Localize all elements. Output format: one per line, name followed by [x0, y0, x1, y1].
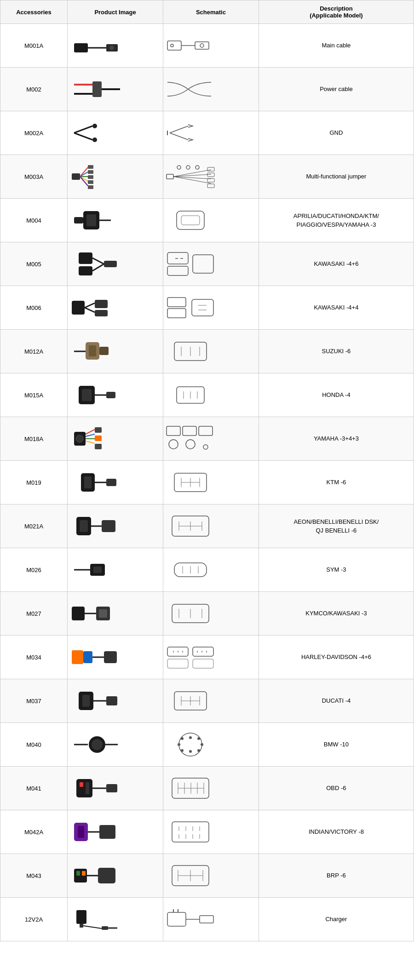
table-row: M004 APRILIA/DUCATI/HONDA/KTM/PIAGGIO/VE… [0, 199, 414, 242]
svg-rect-53 [104, 261, 117, 267]
table-row: M043 BRP -6 [0, 854, 414, 898]
svg-rect-49 [79, 252, 92, 264]
table-row: M037 DUCATI -4 [0, 679, 414, 723]
description-cell: BRP -6 [259, 854, 414, 898]
accessory-id: M021A [0, 504, 68, 548]
svg-point-8 [171, 44, 173, 47]
schematic-cell [163, 679, 259, 723]
description-cell: AEON/BENELLI/BENELLI DSK/QJ BENELLI -6 [259, 504, 414, 548]
svg-rect-28 [88, 175, 93, 179]
svg-rect-92 [95, 436, 102, 441]
svg-rect-185 [172, 822, 209, 842]
schematic-cell [163, 155, 259, 199]
product-image-cell [68, 810, 163, 854]
svg-rect-134 [83, 651, 92, 663]
schematic-cell [163, 854, 259, 898]
accessory-id: M027 [0, 592, 68, 636]
svg-rect-70 [89, 345, 96, 356]
schematic-cell [163, 461, 259, 504]
product-image-cell [68, 679, 163, 723]
schematic-cell [163, 504, 259, 548]
product-image-cell [68, 373, 163, 417]
schematic-cell [163, 68, 259, 111]
svg-point-97 [169, 440, 178, 449]
table-row: M042A INDIAN/VICTORY -8 [0, 810, 414, 854]
svg-rect-27 [88, 170, 93, 174]
accessory-id: M001A [0, 24, 68, 68]
svg-rect-80 [106, 392, 115, 398]
svg-rect-125 [72, 607, 85, 620]
svg-line-18 [170, 133, 188, 140]
svg-point-33 [186, 166, 190, 169]
svg-line-206 [83, 926, 102, 928]
product-image-cell [68, 24, 163, 68]
header-description: Description(Applicable Model) [259, 0, 414, 24]
schematic-cell [163, 373, 259, 417]
svg-rect-48 [181, 216, 200, 225]
table-row: M001A Main cable [0, 24, 414, 68]
accessory-id: M040 [0, 723, 68, 767]
product-image-cell [68, 592, 163, 636]
svg-line-21 [80, 167, 88, 177]
svg-rect-150 [106, 696, 117, 705]
table-row: 12V2A Charger [0, 898, 414, 941]
product-image-cell [68, 898, 163, 941]
svg-rect-39 [207, 167, 214, 171]
accessory-id: M004 [0, 199, 68, 242]
svg-rect-182 [78, 826, 84, 838]
svg-rect-50 [79, 266, 92, 275]
product-image-cell [68, 68, 163, 111]
accessory-id: M026 [0, 548, 68, 592]
table-row: M018A YAMAHA -3+4+3 [0, 417, 414, 461]
svg-rect-42 [207, 184, 214, 188]
svg-rect-96 [199, 426, 213, 436]
header-schematic: Schematic [163, 0, 259, 24]
svg-line-60 [85, 303, 95, 308]
svg-point-16 [92, 138, 97, 142]
accessory-id: M015A [0, 373, 68, 417]
svg-point-166 [197, 737, 200, 740]
schematic-cell [163, 592, 259, 636]
schematic-cell [163, 330, 259, 373]
product-image-cell [68, 286, 163, 330]
svg-rect-141 [193, 647, 213, 656]
svg-rect-103 [106, 479, 116, 486]
svg-point-164 [201, 743, 203, 746]
description-cell: BMW -10 [259, 723, 414, 767]
product-image-cell [68, 767, 163, 810]
svg-point-99 [203, 445, 208, 449]
table-row: M034 HARLEY-DAVIDSON -4+6 [0, 636, 414, 679]
svg-rect-207 [102, 926, 108, 930]
accessory-id: M034 [0, 636, 68, 679]
svg-point-3 [109, 46, 114, 50]
svg-line-51 [92, 258, 104, 264]
svg-point-162 [189, 750, 192, 753]
schematic-cell [163, 286, 259, 330]
svg-rect-145 [167, 659, 188, 668]
svg-point-34 [196, 166, 199, 169]
svg-rect-198 [98, 868, 115, 883]
description-cell: INDIAN/VICTORY -8 [259, 810, 414, 854]
schematic-cell [163, 548, 259, 592]
product-image-cell [68, 155, 163, 199]
svg-point-163 [178, 743, 180, 746]
svg-rect-170 [80, 782, 83, 787]
svg-rect-64 [167, 298, 186, 307]
svg-point-168 [197, 749, 200, 752]
table-row: M002 Power cable [0, 68, 414, 111]
description-cell: GND [259, 111, 414, 155]
svg-rect-196 [82, 871, 86, 876]
svg-line-17 [170, 126, 188, 133]
svg-rect-146 [193, 659, 213, 668]
accessory-id: M002A [0, 111, 68, 155]
header-accessories: Accessories [0, 0, 68, 24]
table-row: M027 KYMCO/KAWASAKI -3 [0, 592, 414, 636]
description-cell: KAWASAKI -4+6 [259, 242, 414, 286]
svg-rect-208 [108, 927, 117, 929]
accessory-id: M043 [0, 854, 68, 898]
svg-rect-136 [104, 651, 117, 663]
svg-rect-44 [86, 214, 96, 226]
description-cell: KAWASAKI -4+4 [259, 286, 414, 330]
svg-point-167 [181, 749, 184, 752]
description-cell: SYM -3 [259, 548, 414, 592]
